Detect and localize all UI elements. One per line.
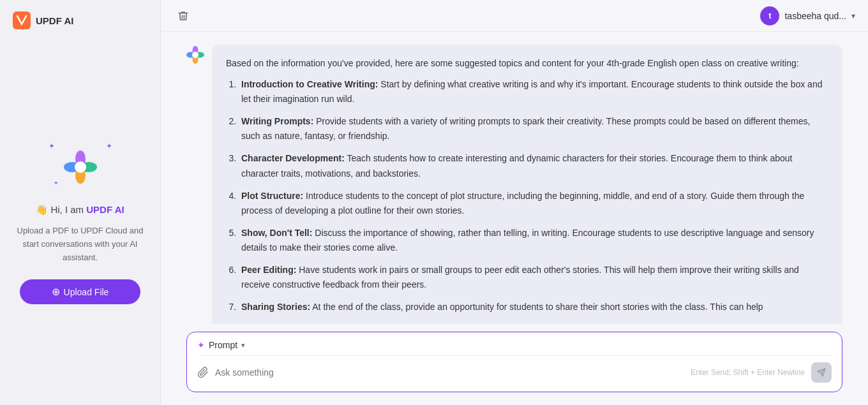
svg-rect-0 (13, 11, 31, 29)
sidebar: UPDF AI ✦ ✦ ✦ 👋 Hi, I am UPDF AI Upload … (0, 0, 161, 405)
list-item: Writing Prompts: Provide students with a… (239, 114, 828, 144)
prompt-label: Prompt (209, 340, 237, 350)
greeting-emoji: 👋 (36, 204, 48, 215)
ai-message-row: Based on the information you've provided… (186, 45, 842, 324)
greeting-name: UPDF AI (86, 204, 124, 215)
list-item: Plot Structure: Introduce students to th… (239, 189, 828, 218)
sparkle-bl-icon: ✦ (54, 180, 59, 186)
greeting-prefix: Hi, I am (50, 204, 86, 215)
chat-area: Based on the information you've provided… (161, 32, 868, 324)
sparkle-tr-icon: ✦ (106, 142, 112, 151)
chat-input[interactable] (215, 367, 684, 378)
svg-point-5 (75, 161, 86, 173)
trash-icon (177, 10, 189, 22)
ai-message-icon (186, 46, 204, 64)
chevron-down-icon: ▾ (851, 11, 855, 20)
response-intro: Based on the information you've provided… (226, 56, 828, 71)
ai-response-bubble: Based on the information you've provided… (212, 45, 842, 324)
prompt-chevron-icon[interactable]: ▾ (241, 341, 245, 350)
input-top-bar: ✦ Prompt ▾ (197, 340, 832, 356)
prompt-sparkle-icon: ✦ (197, 340, 205, 350)
upload-file-button[interactable]: ⊕ Upload File (20, 279, 141, 304)
input-bottom-bar: Enter Send; Shift + Enter Newline (197, 362, 832, 383)
sidebar-header: UPDF AI (0, 0, 160, 41)
user-avatar: t (760, 6, 779, 26)
greeting-text: 👋 Hi, I am UPDF AI (36, 203, 124, 217)
attach-icon (197, 367, 209, 378)
upload-button-label: Upload File (64, 287, 109, 297)
svg-point-10 (192, 52, 198, 58)
send-icon (817, 368, 826, 377)
clear-chat-button[interactable] (174, 6, 193, 26)
user-name-label: tasbeeha qud... (784, 11, 846, 21)
ai-logo-container: ✦ ✦ ✦ (49, 142, 112, 193)
sidebar-description: Upload a PDF to UPDF Cloud and start con… (13, 225, 147, 264)
plus-circle-icon: ⊕ (52, 286, 60, 298)
list-item: Sharing Stories: At the end of the class… (239, 300, 828, 314)
input-box: ✦ Prompt ▾ Enter Send; Shift + Enter New… (186, 332, 842, 392)
list-item: Show, Don't Tell: Discuss the importance… (239, 226, 828, 255)
topbar: t tasbeeha qud... ▾ (161, 0, 868, 32)
input-area: ✦ Prompt ▾ Enter Send; Shift + Enter New… (161, 324, 868, 405)
ai-flower-icon (64, 151, 97, 184)
input-hint-text: Enter Send; Shift + Enter Newline (691, 368, 805, 377)
response-list: Introduction to Creative Writing: Start … (226, 77, 828, 314)
main-area: t tasbeeha qud... ▾ Based on the informa… (161, 0, 868, 405)
list-item: Introduction to Creative Writing: Start … (239, 77, 828, 107)
updf-logo-icon (13, 11, 31, 29)
avatar-initial: t (768, 11, 771, 20)
send-button[interactable] (811, 362, 832, 383)
sidebar-title: UPDF AI (36, 15, 73, 26)
attach-button[interactable] (197, 367, 209, 378)
sidebar-main: ✦ ✦ ✦ 👋 Hi, I am UPDF AI Upload a PDF to… (0, 41, 160, 405)
sparkle-tl-icon: ✦ (49, 142, 55, 151)
user-menu[interactable]: t tasbeeha qud... ▾ (760, 6, 855, 26)
list-item: Peer Editing: Have students work in pair… (239, 263, 828, 292)
list-item: Character Development: Teach students ho… (239, 151, 828, 180)
